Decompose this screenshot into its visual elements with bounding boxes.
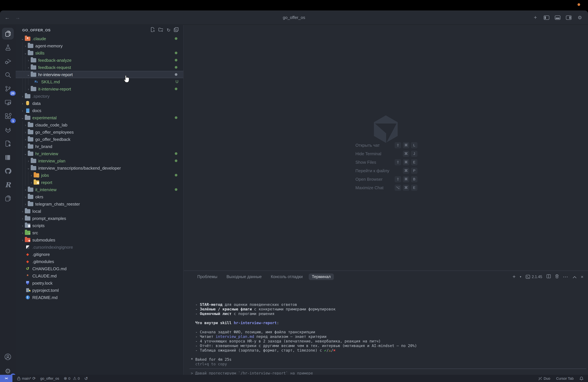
tree-folder-experimental[interactable]: ⌄experimental xyxy=(16,114,183,121)
tree-file--cursorindexingignore[interactable]: .cursorindexingignore xyxy=(16,243,183,251)
tree-file-readme-md[interactable]: iREADME.md xyxy=(16,294,183,301)
tree-folder-interview-transcriptions-backend-developer[interactable]: ⌄interview_transcriptions/backend_develo… xyxy=(16,164,183,171)
kill-terminal-icon[interactable] xyxy=(555,274,559,279)
timeline-history-item[interactable]: ↺ xyxy=(84,376,88,381)
tree-folder-data[interactable]: ›data xyxy=(16,100,183,107)
panel-more-actions-icon[interactable]: ··· xyxy=(563,274,568,279)
tree-folder-hr-interview[interactable]: ⌄hr_interview xyxy=(16,150,183,157)
problems-item[interactable]: ⊗0 ⚠0 xyxy=(64,376,80,381)
activity-flask-icon[interactable] xyxy=(2,42,14,53)
tree-folder-go-offer-feedback[interactable]: ›go_offer_feedback xyxy=(16,136,183,143)
tree-folder-telegram-chats-reester[interactable]: ›telegram_chats_reester xyxy=(16,200,183,208)
tree-folder-scripts[interactable]: ›scripts xyxy=(16,222,183,229)
chevron-right-icon: › xyxy=(20,102,25,105)
cursor-tab-label: Cursor Tab xyxy=(556,377,574,380)
tree-folder-jobs[interactable]: ›$jobs xyxy=(16,171,183,179)
tree-folder-okrs[interactable]: ›okrs xyxy=(16,193,183,200)
tree-file-changelog-md[interactable]: ↺CHANGELOG.md xyxy=(16,265,183,272)
collapse-all-icon[interactable] xyxy=(174,27,179,33)
remote-indicator-button[interactable]: >< xyxy=(0,375,12,382)
tree-file--gitmodules[interactable]: ◆.gitmodules xyxy=(16,258,183,265)
activity-github-icon[interactable] xyxy=(2,165,14,177)
activity-search-icon[interactable] xyxy=(2,69,14,81)
git-branch-item[interactable]: main* ⟳ xyxy=(17,376,36,381)
data-folder-icon xyxy=(25,101,30,106)
tree-folder-claude-code-lab[interactable]: ›claude_code_lab xyxy=(16,121,183,128)
tree-folder-it-interview[interactable]: ›it_interview xyxy=(16,186,183,193)
keycap: ⌘ xyxy=(403,142,409,148)
split-terminal-icon[interactable] xyxy=(546,274,551,279)
tree-folder-skills[interactable]: ⌄skills xyxy=(16,49,183,57)
new-folder-icon[interactable] xyxy=(159,27,164,33)
shortcut-label: Открыть чат xyxy=(356,143,380,148)
tree-folder-go-offer-employees[interactable]: ›go_offer_employees xyxy=(16,128,183,136)
keycap: E xyxy=(411,185,418,191)
tree-file-skill-md[interactable]: M↓SKILL.mdU xyxy=(16,78,183,85)
close-panel-icon[interactable]: × xyxy=(581,274,583,279)
tree-folder-report[interactable]: ›report xyxy=(16,179,183,186)
panel-tab-выходные-данные[interactable]: Выходные данные xyxy=(223,274,265,280)
notifications-bell-icon[interactable] xyxy=(580,376,583,381)
activity-debug-icon[interactable] xyxy=(2,55,14,67)
panel-tab-терминал[interactable]: Терминал xyxy=(309,274,334,280)
toggle-secondary-sidebar-icon[interactable] xyxy=(565,14,572,21)
activity-account-icon[interactable] xyxy=(2,351,14,363)
activity-bar: 201R⚙1 xyxy=(0,25,16,375)
activity-cpp-tools-icon[interactable] xyxy=(2,138,14,149)
tree-folder-docs[interactable]: ›docs xyxy=(16,107,183,114)
maximize-panel-icon[interactable] xyxy=(573,274,577,279)
chevron-right-icon: › xyxy=(20,238,25,242)
activity-files-icon[interactable] xyxy=(2,28,14,40)
settings-gear-icon[interactable]: ⚙ xyxy=(576,14,583,21)
tree-folder-hr-interview-report[interactable]: ⌄hr-interview-report xyxy=(16,71,183,78)
nav-forward-icon[interactable]: → xyxy=(15,15,20,21)
new-tab-icon[interactable]: + xyxy=(532,14,539,21)
tree-file-poetry-lock[interactable]: poetry.lock xyxy=(16,279,183,287)
new-terminal-icon[interactable]: + xyxy=(513,274,516,280)
tree-folder-hr-brand[interactable]: ›hr_brand xyxy=(16,143,183,150)
toggle-primary-sidebar-icon[interactable] xyxy=(543,14,550,21)
tree-file-pyproject-toml[interactable]: pyproject.toml xyxy=(16,287,183,294)
activity-badge: 1 xyxy=(10,118,16,123)
tree-file-claude-md[interactable]: *CLAUDE.md xyxy=(16,272,183,279)
tree-item-label: .cursorindexingignore xyxy=(32,245,73,250)
cursor-watermark-logo xyxy=(370,113,401,145)
folder-open-icon xyxy=(28,51,33,55)
panel-tab-проблемы[interactable]: Проблемы xyxy=(194,274,221,280)
tree-folder--claude[interactable]: ⌄*.claude xyxy=(16,35,183,42)
tree-folder-feedback-request[interactable]: ›feedback-request xyxy=(16,64,183,71)
tree-folder-submodules[interactable]: ›◆submodules xyxy=(16,236,183,243)
terminal-dropdown-icon[interactable]: ▾ xyxy=(520,275,521,278)
tree-folder-local[interactable]: ›local xyxy=(16,208,183,215)
refresh-icon[interactable]: ↻ xyxy=(167,27,170,33)
activity-pages-icon[interactable] xyxy=(2,192,14,204)
tree-folder-it-interview-report[interactable]: ›it-interview-report xyxy=(16,85,183,92)
panel-tab-консоль-отладки[interactable]: Консоль отладки xyxy=(268,274,306,280)
activity-remote-explorer-icon[interactable] xyxy=(2,96,14,108)
activity-extensions-icon[interactable]: 1 xyxy=(2,110,14,122)
new-file-icon[interactable] xyxy=(150,27,155,33)
activity-r-logo-icon[interactable]: R xyxy=(2,179,14,191)
tree-folder-prompt-examples[interactable]: ›prompt_examples xyxy=(16,215,183,222)
tree-folder-feedback-analyze[interactable]: ›feedback-analyze xyxy=(16,57,183,64)
cursor-tab-item[interactable]: Cursor Tab xyxy=(556,377,574,380)
terminal-output[interactable]: - STAR-метод для оценки поведенческих от… xyxy=(191,302,586,382)
terminal-line: - Отчёт: взвешенные метрики с другими ве… xyxy=(191,343,586,348)
readme-file-icon: i xyxy=(25,295,30,300)
activity-book-icon[interactable] xyxy=(2,151,14,163)
folder-open-icon xyxy=(28,151,33,156)
toggle-panel-icon[interactable] xyxy=(554,14,561,21)
tree-file--gitignore[interactable]: ◆.gitignore xyxy=(16,251,183,258)
activity-source-control-icon[interactable]: 20 xyxy=(2,83,14,94)
gitlab-duo-item[interactable]: Duo xyxy=(538,376,550,381)
tree-folder-src[interactable]: ›‹›src xyxy=(16,229,183,236)
activity-gitlab-icon[interactable] xyxy=(2,124,14,136)
tree-folder--spectory[interactable]: ›.spectory xyxy=(16,92,183,100)
terminal-session[interactable]: 2.1.45 xyxy=(525,275,542,279)
folder-icon xyxy=(25,94,30,98)
tree-folder-agent-memory[interactable]: ›agent-memory xyxy=(16,42,183,49)
project-task-item[interactable]: go_offer_os xyxy=(40,377,59,380)
keycap: ⇧ xyxy=(395,176,401,182)
tree-folder-interview-plan[interactable]: ›interview_plan xyxy=(16,157,183,164)
nav-back-icon[interactable]: ← xyxy=(5,15,10,21)
